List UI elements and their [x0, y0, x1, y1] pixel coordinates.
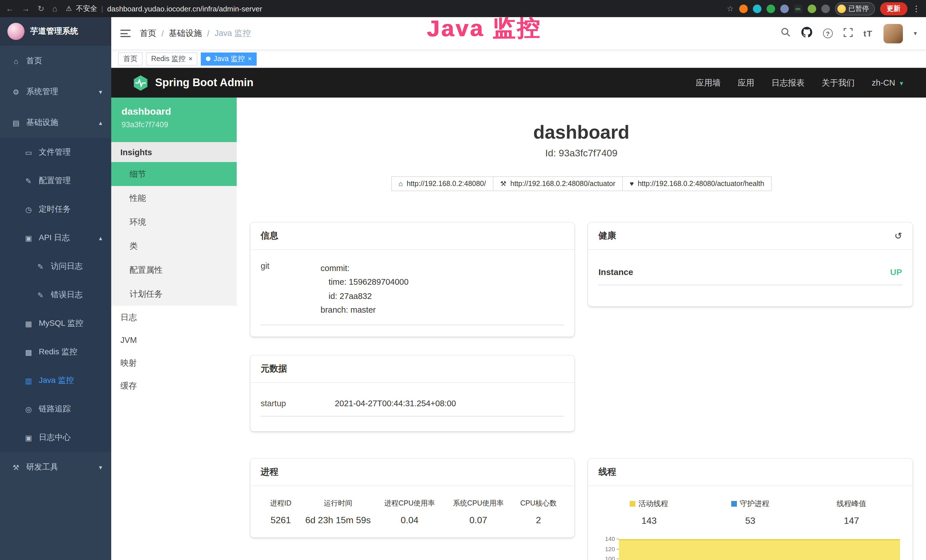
sba-menu-jvm[interactable]: JVM — [111, 328, 237, 351]
extension-icon-2[interactable] — [753, 4, 761, 13]
sba-body: dashboard 93a3fc7f7409 Insights 细节 性能 环境… — [111, 98, 926, 560]
browser-menu-icon[interactable]: ⋮ — [912, 4, 920, 13]
breadcrumb-section[interactable]: 基础设施 — [169, 28, 202, 39]
sba-nav-links: 应用墙 应用 日志报表 关于我们 zh-CN ▾ — [696, 77, 903, 88]
sba-menu-scheduled-tasks[interactable]: 计划任务 — [111, 282, 237, 306]
extension-icon-6[interactable] — [807, 4, 816, 13]
sba-menu-logs[interactable]: 日志 — [111, 306, 237, 328]
profile-paused-badge[interactable]: 已暂停 — [835, 2, 875, 15]
legend-daemon-threads: 守护进程 — [699, 499, 801, 509]
sidebar-item-error-log[interactable]: ✎ 错误日志 — [0, 281, 111, 309]
health-card-header: 健康 ↺ — [589, 222, 912, 250]
info-card-header: 信息 — [250, 222, 575, 250]
avatar-caret-icon[interactable]: ▾ — [914, 30, 917, 37]
sidebar-item-scheduled-jobs[interactable]: ◷ 定时任务 — [0, 195, 111, 224]
infrastructure-submenu: ▭ 文件管理 ✎ 配置管理 ◷ 定时任务 ▣ API 日志 ▴ ✎ — [0, 138, 111, 452]
base-url-link[interactable]: ⌂ http://192.168.0.2:48080/ — [391, 176, 493, 191]
bookmark-star-icon[interactable]: ☆ — [727, 4, 734, 13]
app-logo[interactable]: 芋道管理系统 — [0, 17, 111, 45]
health-card-body: Instance UP — [589, 250, 912, 298]
sba-menu-caches[interactable]: 缓存 — [111, 374, 237, 397]
sba-locale-select[interactable]: zh-CN ▾ — [872, 78, 903, 87]
health-url-link[interactable]: ♥ http://192.168.0.2:48080/actuator/heal… — [623, 176, 772, 191]
sba-menu-config-props[interactable]: 配置属性 — [111, 258, 237, 282]
fullscreen-icon[interactable] — [844, 28, 853, 39]
close-icon[interactable]: × — [189, 55, 192, 62]
sidebar-item-java-monitor[interactable]: ▥ Java 监控 — [0, 366, 111, 395]
git-id-line: id: 27aa832 — [321, 289, 409, 303]
hamburger-icon[interactable] — [120, 30, 131, 37]
sidebar-item-label: 日志中心 — [39, 433, 71, 443]
tab-java-monitor[interactable]: Java 监控 × — [201, 52, 257, 65]
chevron-up-icon: ▴ — [99, 119, 102, 126]
sidebar-item-api-log[interactable]: ▣ API 日志 ▴ — [0, 224, 111, 252]
update-button[interactable]: 更新 — [880, 2, 907, 15]
process-card-body: 进程ID 运行时间 进程CPU使用率 系统CPU使用率 CPU核心数 5261 … — [250, 486, 575, 538]
history-icon[interactable]: ↺ — [894, 230, 902, 241]
back-icon[interactable]: ← — [6, 4, 14, 13]
peak-threads-value: 147 — [801, 516, 902, 526]
sba-nav-journal[interactable]: 日志报表 — [772, 77, 805, 88]
sidebar-item-label: 配置管理 — [39, 176, 71, 186]
sidebar-item-home[interactable]: ⌂ 首页 — [0, 45, 111, 76]
sidebar-item-log-center[interactable]: ▣ 日志中心 — [0, 423, 111, 452]
sba-menu-environment[interactable]: 环境 — [111, 210, 237, 234]
info-card-body: git commit: time: 1596289704000 id: 27aa… — [250, 250, 575, 338]
instance-health-row: Instance UP — [599, 259, 902, 285]
url-text[interactable]: dashboard.yudao.iocoder.cn/infra/admin-s… — [107, 4, 262, 13]
sidebar-item-system[interactable]: ⚙ 系统管理 ▾ — [0, 76, 111, 107]
github-icon[interactable] — [801, 27, 812, 40]
extension-icon-5[interactable]: on — [794, 4, 802, 13]
infra-icon: ▤ — [11, 118, 21, 127]
sba-brand[interactable]: Spring Boot Admin — [133, 74, 254, 91]
extension-icon-3[interactable] — [766, 4, 775, 13]
sba-menu-performance[interactable]: 性能 — [111, 186, 237, 210]
sba-nav-wall[interactable]: 应用墙 — [696, 77, 721, 88]
link-url: http://192.168.0.2:48080/actuator/health — [638, 180, 764, 188]
user-avatar[interactable] — [884, 24, 903, 43]
metadata-card-title: 元数据 — [261, 363, 287, 375]
sba-menu-details[interactable]: 细节 — [111, 162, 237, 186]
tab-home[interactable]: 首页 — [118, 52, 142, 65]
screen: ← → ↻ ⌂ ⚠ 不安全 | dashboard.yudao.iocoder.… — [0, 0, 926, 560]
threads-legend: 活动线程 守护进程 线程峰值 — [599, 495, 902, 526]
sba-menu-classes[interactable]: 类 — [111, 234, 237, 258]
tab-label: Java 监控 — [213, 54, 245, 64]
sba-nav-applications[interactable]: 应用 — [738, 77, 754, 88]
log-icon: ▣ — [24, 234, 33, 242]
help-icon[interactable]: ? — [823, 29, 833, 38]
sidebar-item-label: 首页 — [26, 56, 42, 66]
sidebar-item-infrastructure[interactable]: ▤ 基础设施 ▴ — [0, 107, 111, 138]
home-icon[interactable]: ⌂ — [52, 4, 57, 13]
sidebar-item-devtools[interactable]: ⚒ 研发工具 ▾ — [0, 452, 111, 483]
clock-icon: ◷ — [24, 205, 33, 214]
search-icon[interactable] — [781, 27, 791, 39]
security-label[interactable]: 不安全 — [76, 4, 97, 14]
active-threads-swatch — [630, 501, 635, 507]
close-icon[interactable]: × — [248, 55, 252, 62]
font-size-icon[interactable]: tT — [864, 29, 873, 38]
actuator-url-link[interactable]: ⚒ http://192.168.0.2:48080/actuator — [493, 176, 623, 191]
tab-redis-monitor[interactable]: Redis 监控 × — [146, 52, 198, 65]
address-bar[interactable]: ⚠ 不安全 | dashboard.yudao.iocoder.cn/infra… — [66, 4, 262, 14]
extension-icon-4[interactable] — [780, 4, 788, 13]
forward-icon[interactable]: → — [22, 4, 30, 13]
git-branch-line: branch: master — [321, 303, 409, 317]
sidebar-item-tracing[interactable]: ◎ 链路追踪 — [0, 395, 111, 423]
on-badge: on — [795, 6, 800, 11]
sidebar-item-redis-monitor[interactable]: ▩ Redis 监控 — [0, 338, 111, 366]
reload-icon[interactable]: ↻ — [38, 4, 44, 13]
sba-nav-about[interactable]: 关于我们 — [822, 77, 855, 88]
breadcrumb-home[interactable]: 首页 — [140, 28, 156, 39]
extension-icon-7[interactable] — [821, 4, 830, 13]
admin-sidebar: 芋道管理系统 ⌂ 首页 ⚙ 系统管理 ▾ ▤ 基础设施 ▴ ▭ 文件管理 — [0, 17, 111, 560]
health-card-title: 健康 — [599, 230, 616, 242]
sidebar-item-file-manage[interactable]: ▭ 文件管理 — [0, 138, 111, 166]
threads-chart-plot — [619, 535, 902, 560]
sba-menu-mappings[interactable]: 映射 — [111, 351, 237, 374]
git-key: git — [261, 261, 321, 317]
sidebar-item-access-log[interactable]: ✎ 访问日志 — [0, 252, 111, 281]
extension-icon-1[interactable] — [739, 4, 747, 13]
sidebar-item-config-manage[interactable]: ✎ 配置管理 — [0, 166, 111, 195]
sidebar-item-mysql-monitor[interactable]: ▦ MySQL 监控 — [0, 309, 111, 338]
